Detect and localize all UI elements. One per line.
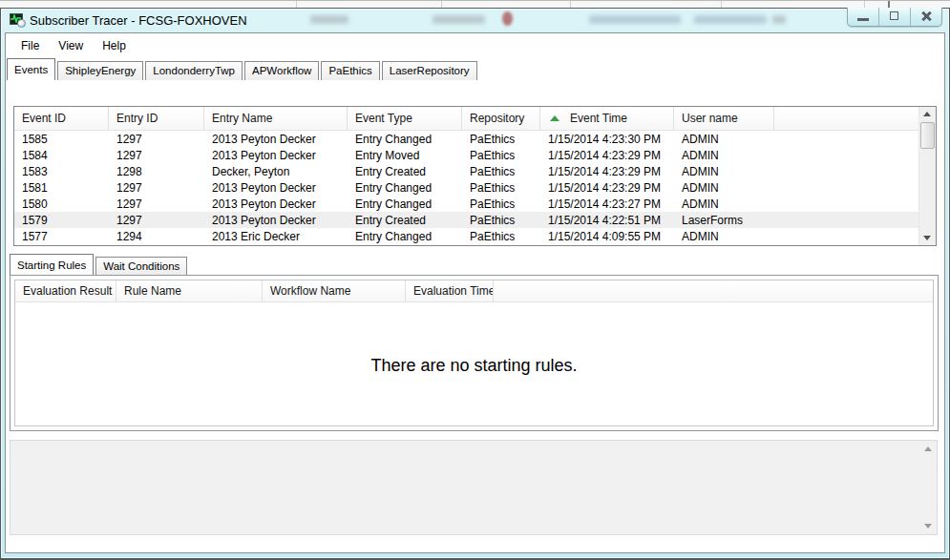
sort-ascending-icon — [550, 115, 559, 121]
cell-user-name: ADMIN — [674, 133, 774, 146]
arrow-up-icon[interactable] — [924, 446, 932, 451]
cell-event-id: 1583 — [14, 165, 109, 178]
cell-event-id: 1584 — [14, 149, 109, 162]
events-rows: 158512972013 Peyton DeckerEntry ChangedP… — [14, 131, 919, 244]
column-header-label: Event Type — [355, 112, 412, 125]
window-title: Subscriber Tracer - FCSG-FOXHOVEN — [30, 13, 247, 28]
column-header-repository[interactable]: Repository — [462, 107, 540, 130]
column-header-label: Entry ID — [116, 112, 158, 125]
clock-overlay-icon — [17, 19, 26, 28]
cell-event-id: 1580 — [14, 197, 109, 211]
close-icon — [920, 10, 932, 22]
detail-panel[interactable] — [10, 440, 938, 535]
column-header-evaluation-result[interactable]: Evaluation Result — [15, 280, 116, 301]
table-row[interactable]: 158012972013 Peyton DeckerEntry ChangedP… — [14, 196, 919, 212]
title-bar[interactable]: Subscriber Tracer - FCSG-FOXHOVEN — [5, 9, 945, 32]
tab-laserrepository[interactable]: LaserRepository — [382, 61, 477, 80]
column-header-label: Repository — [470, 112, 524, 125]
cell-event-type: Entry Created — [348, 165, 462, 178]
column-header-entry-id[interactable]: Entry ID — [109, 107, 204, 130]
cell-event-id: 1579 — [14, 214, 109, 227]
menu-item-help[interactable]: Help — [93, 36, 136, 55]
cell-repository: PaEthics — [462, 230, 540, 243]
background-window-artifact — [433, 15, 485, 24]
cell-entry-name: 2013 Peyton Decker — [204, 181, 348, 195]
events-list: Event IDEntry IDEntry NameEvent TypeRepo… — [13, 106, 937, 246]
rules-list: Evaluation ResultRule NameWorkflow NameE… — [14, 280, 934, 426]
arrow-up-icon — [923, 112, 931, 116]
tab-shipleyenergy[interactable]: ShipleyEnergy — [57, 61, 143, 80]
column-header-evaluation-time[interactable]: Evaluation Time — [406, 280, 494, 301]
minimize-button[interactable] — [848, 8, 879, 26]
maximize-button[interactable] — [879, 8, 911, 26]
menu-bar: FileViewHelp — [6, 33, 944, 57]
cell-event-type: Entry Changed — [348, 197, 462, 211]
table-row[interactable]: 15831298Decker, PeytonEntry CreatedPaEth… — [14, 163, 919, 179]
column-header-label: Evaluation Time — [413, 284, 494, 298]
column-header-workflow-name[interactable]: Workflow Name — [263, 280, 406, 301]
app-icon — [10, 12, 26, 28]
close-button[interactable] — [911, 8, 941, 26]
cell-user-name: ADMIN — [674, 181, 774, 195]
repository-tabs: EventsShipleyEnergyLondonderryTwpAPWorkf… — [7, 58, 479, 80]
tab-events[interactable]: Events — [7, 58, 55, 80]
empty-rules-message: There are no starting rules. — [15, 356, 933, 376]
cell-entry-name: 2013 Peyton Decker — [204, 149, 348, 162]
cell-entry-id: 1297 — [109, 133, 204, 146]
column-header-user-name[interactable]: User name — [674, 107, 774, 130]
cell-event-type: Entry Changed — [348, 181, 462, 195]
column-header-rule-name[interactable]: Rule Name — [116, 280, 263, 301]
events-header: Event IDEntry IDEntry NameEvent TypeRepo… — [14, 107, 919, 131]
arrow-down-icon — [923, 236, 931, 240]
menu-item-view[interactable]: View — [49, 36, 93, 55]
cell-entry-name: 2013 Eric Decker — [204, 230, 348, 243]
maximize-icon — [890, 11, 898, 20]
cell-user-name: ADMIN — [674, 230, 774, 243]
cell-user-name: ADMIN — [674, 165, 774, 178]
cell-repository: PaEthics — [462, 149, 540, 162]
tab-londonderrytwp[interactable]: LondonderryTwp — [145, 61, 243, 80]
cell-event-time: 1/15/2014 4:23:27 PM — [540, 197, 674, 211]
events-content: Event IDEntry IDEntry NameEvent TypeRepo… — [14, 107, 919, 245]
arrow-down-icon[interactable] — [924, 524, 932, 529]
tab-apworkflow[interactable]: APWorkflow — [244, 61, 319, 80]
column-header-event-type[interactable]: Event Type — [348, 107, 462, 130]
tab-paethics[interactable]: PaEthics — [321, 61, 379, 80]
tab-wait-conditions[interactable]: Wait Conditions — [95, 257, 187, 275]
column-header-entry-name[interactable]: Entry Name — [204, 107, 348, 130]
column-header-event-id[interactable]: Event ID — [14, 107, 109, 130]
table-row[interactable]: 157712942013 Eric DeckerEntry ChangedPaE… — [14, 228, 919, 244]
rules-panel: Evaluation ResultRule NameWorkflow NameE… — [10, 275, 939, 431]
scroll-up-button[interactable] — [919, 107, 936, 122]
column-header-event-time[interactable]: Event Time — [540, 107, 674, 130]
events-scrollbar[interactable] — [918, 107, 936, 245]
scroll-down-button[interactable] — [919, 230, 936, 245]
cell-repository: PaEthics — [462, 214, 540, 227]
menu-item-file[interactable]: File — [11, 36, 49, 55]
background-window-artifact — [589, 15, 681, 24]
cell-entry-id: 1297 — [109, 181, 204, 195]
column-header-label: Evaluation Result — [23, 284, 112, 298]
cell-user-name: ADMIN — [674, 197, 774, 211]
table-row[interactable]: 158412972013 Peyton DeckerEntry MovedPaE… — [14, 147, 919, 163]
cell-event-time: 1/15/2014 4:23:30 PM — [540, 133, 674, 146]
cell-entry-name: 2013 Peyton Decker — [204, 197, 348, 211]
cell-repository: PaEthics — [462, 197, 540, 211]
table-row[interactable]: 158512972013 Peyton DeckerEntry ChangedP… — [14, 131, 919, 147]
cell-event-time: 1/15/2014 4:23:29 PM — [540, 149, 674, 162]
tab-starting-rules[interactable]: Starting Rules — [10, 254, 94, 275]
cell-event-id: 1585 — [14, 133, 109, 146]
client-area: FileViewHelp EventsShipleyEnergyLondonde… — [5, 32, 945, 553]
table-row[interactable]: 158112972013 Peyton DeckerEntry ChangedP… — [14, 179, 919, 196]
cell-event-type: Entry Changed — [348, 230, 462, 243]
column-header-label: Event Time — [570, 112, 627, 125]
column-header-filler — [774, 107, 919, 130]
column-header-label: Rule Name — [124, 284, 181, 298]
cell-event-time: 1/15/2014 4:09:55 PM — [540, 230, 674, 243]
background-window-artifact — [310, 15, 348, 24]
cell-user-name: ADMIN — [674, 149, 774, 162]
table-row[interactable]: 157912972013 Peyton DeckerEntry CreatedP… — [14, 212, 919, 228]
cell-event-time: 1/15/2014 4:23:29 PM — [540, 165, 674, 178]
cell-user-name: LaserForms — [674, 214, 774, 227]
scrollbar-thumb[interactable] — [920, 122, 935, 149]
